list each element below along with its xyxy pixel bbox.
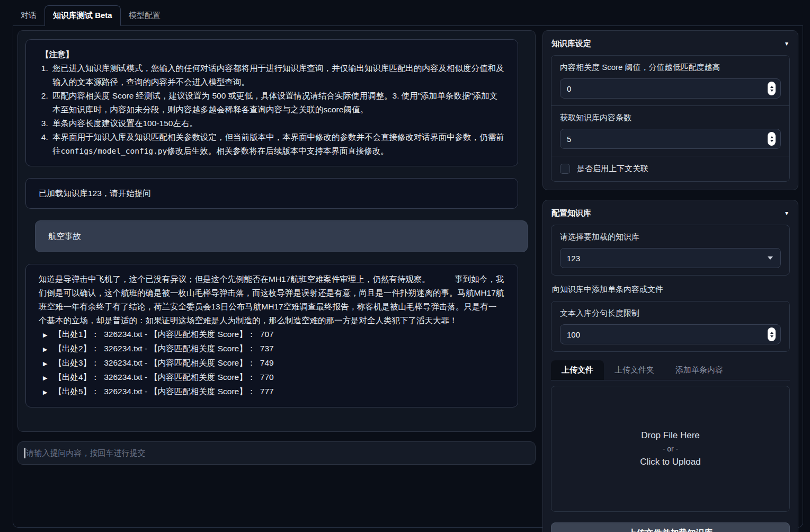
- file-drop-zone[interactable]: Drop File Here - or - Click to Upload: [551, 386, 790, 512]
- kb-test-panel: 【注意】 您已进入知识库测试模式，您输入的任何对话内容都将用于进行知识库查询，并…: [13, 26, 803, 528]
- expand-arrow-icon: ▶: [43, 342, 47, 356]
- kb-config-accordion: 配置知识库 ▼ 请选择要加载的知识库 123 向知识库中添加单条内容或文件 文本…: [542, 200, 798, 532]
- kb-settings-accordion: 知识库设定 ▼ 内容相关度 Score 阈值，分值越低匹配度越高 0 获取知识库…: [542, 30, 798, 190]
- source-toggle-2[interactable]: ▶【出处2】： 326234.txt - 【内容匹配相关度 Score】： 73…: [39, 342, 505, 356]
- notice-item: 您已进入知识库测试模式，您输入的任何对话内容都将用于进行知识库查询，并仅输出知识…: [50, 61, 505, 89]
- sentence-length-label: 文本入库分句长度限制: [560, 308, 781, 318]
- add-content-section-label: 向知识库中添加单条内容或文件: [552, 285, 789, 295]
- source-toggle-5[interactable]: ▶【出处5】： 326234.txt - 【内容匹配相关度 Score】： 77…: [39, 385, 505, 399]
- topk-input[interactable]: 5: [560, 129, 781, 149]
- bot-answer-message: 知道是导弹击中飞机了，这个已没有异议；但是这个先例能否在MH17航班空难案件审理…: [25, 264, 518, 407]
- kb-settings-title: 知识库设定: [551, 39, 591, 49]
- score-threshold-input[interactable]: 0: [560, 78, 781, 99]
- bot-message-loaded: 已加载知识库123，请开始提问: [25, 178, 518, 209]
- chevron-down-icon: ▼: [784, 41, 789, 47]
- question-input-placeholder: 请输入提问内容，按回车进行提交: [26, 448, 146, 458]
- source-label: 【出处5】： 326234.txt - 【内容匹配相关度 Score】： 777: [54, 385, 273, 398]
- tab-add-single-content[interactable]: 添加单条内容: [665, 360, 734, 380]
- tab-dialog[interactable]: 对话: [13, 6, 44, 25]
- expand-arrow-icon: ▶: [43, 357, 47, 370]
- context-link-label: 是否启用上下文关联: [577, 164, 648, 174]
- tab-kb-test[interactable]: 知识库测试 Beta: [44, 5, 121, 26]
- notice-item: 本界面用于知识入库及知识匹配相关参数设定，但当前版本中，本界面中修改的参数并不会…: [50, 130, 505, 158]
- notice-item: 匹配内容相关度 Score 经测试，建议设置为 500 或更低，具体设置情况请结…: [50, 89, 505, 117]
- notice-item: 单条内容长度建议设置在100-150左右。: [50, 117, 505, 130]
- sentence-length-value: 100: [567, 330, 580, 339]
- kb-config-accordion-header[interactable]: 配置知识库 ▼: [551, 207, 790, 218]
- source-label: 【出处4】： 326234.txt - 【内容匹配相关度 Score】： 770: [54, 370, 273, 384]
- user-message: 航空事故: [35, 220, 528, 252]
- chat-column: 【注意】 您已进入知识库测试模式，您输入的任何对话内容都将用于进行知识库查询，并…: [17, 30, 536, 523]
- kb-select-form: 请选择要加载的知识库 123: [551, 225, 790, 276]
- notice-title: 【注意】: [41, 48, 505, 61]
- kb-select-value: 123: [567, 254, 580, 263]
- kb-select-label: 请选择要加载的知识库: [560, 232, 781, 242]
- text-cursor: [24, 448, 25, 458]
- drop-zone-line2: - or -: [663, 445, 679, 453]
- main-tab-bar: 对话 知识库测试 Beta 模型配置: [13, 5, 803, 26]
- upload-and-load-kb-button[interactable]: 上传文件并加载知识库: [551, 522, 790, 532]
- drop-zone-line1: Drop File Here: [641, 430, 700, 441]
- chevron-down-icon: ▼: [784, 210, 789, 216]
- number-spinner-icon[interactable]: [768, 82, 776, 95]
- number-spinner-icon[interactable]: [768, 327, 776, 341]
- source-toggle-1[interactable]: ▶【出处1】： 326234.txt - 【内容匹配相关度 Score】： 70…: [39, 327, 505, 342]
- sentence-length-field: 文本入库分句长度限制 100: [551, 302, 789, 351]
- checkbox-icon[interactable]: [560, 164, 570, 174]
- notice-item-text: 修改后生效。相关参数将在后续版本中支持本界面直接修改。: [167, 146, 389, 155]
- settings-column: 知识库设定 ▼ 内容相关度 Score 阈值，分值越低匹配度越高 0 获取知识库…: [542, 30, 798, 523]
- kb-select-dropdown[interactable]: 123: [560, 248, 781, 268]
- number-spinner-icon[interactable]: [768, 132, 776, 146]
- notice-message: 【注意】 您已进入知识库测试模式，您输入的任何对话内容都将用于进行知识库查询，并…: [25, 39, 518, 166]
- context-link-checkbox-row[interactable]: 是否启用上下文关联: [551, 156, 789, 181]
- kb-select-field: 请选择要加载的知识库 123: [551, 225, 789, 275]
- answer-text: 知道是导弹击中飞机了，这个已没有异议；但是这个先例能否在MH17航班空难案件审理…: [39, 272, 505, 327]
- expand-arrow-icon: ▶: [43, 328, 47, 342]
- chatbot-area: 【注意】 您已进入知识库测试模式，您输入的任何对话内容都将用于进行知识库查询，并…: [17, 30, 536, 432]
- kb-settings-accordion-header[interactable]: 知识库设定 ▼: [551, 38, 790, 49]
- source-toggle-4[interactable]: ▶【出处4】： 326234.txt - 【内容匹配相关度 Score】： 77…: [39, 370, 505, 385]
- source-label: 【出处1】： 326234.txt - 【内容匹配相关度 Score】： 707: [54, 327, 273, 341]
- question-input[interactable]: 请输入提问内容，按回车进行提交: [17, 441, 536, 465]
- kb-config-title: 配置知识库: [551, 208, 591, 218]
- tab-upload-folder[interactable]: 上传文件夹: [604, 360, 665, 380]
- expand-arrow-icon: ▶: [43, 371, 47, 385]
- source-label: 【出处3】： 326234.txt - 【内容匹配相关度 Score】： 749: [54, 356, 273, 370]
- tab-upload-file[interactable]: 上传文件: [551, 360, 604, 380]
- kb-settings-form: 内容相关度 Score 阈值，分值越低匹配度越高 0 获取知识库内容条数 5: [551, 55, 790, 182]
- score-threshold-value: 0: [567, 84, 571, 93]
- notice-list: 您已进入知识库测试模式，您输入的任何对话内容都将用于进行知识库查询，并仅输出知识…: [50, 61, 505, 158]
- dropdown-caret-icon: [768, 256, 773, 260]
- score-threshold-label: 内容相关度 Score 阈值，分值越低匹配度越高: [560, 63, 781, 73]
- source-label: 【出处2】： 326234.txt - 【内容匹配相关度 Score】： 737: [54, 342, 273, 356]
- sentence-length-input[interactable]: 100: [560, 324, 781, 344]
- topk-value: 5: [567, 135, 571, 144]
- config-file-path: configs/model_config.py: [61, 147, 167, 155]
- sentence-length-form: 文本入库分句长度限制 100: [551, 301, 790, 352]
- expand-arrow-icon: ▶: [43, 385, 47, 399]
- source-toggle-3[interactable]: ▶【出处3】： 326234.txt - 【内容匹配相关度 Score】： 74…: [39, 356, 505, 370]
- topk-field: 获取知识库内容条数 5: [551, 105, 789, 156]
- tab-model-config[interactable]: 模型配置: [121, 6, 168, 25]
- drop-zone-line3: Click to Upload: [640, 457, 700, 467]
- topk-label: 获取知识库内容条数: [560, 113, 781, 123]
- score-threshold-field: 内容相关度 Score 阈值，分值越低匹配度越高 0: [551, 56, 789, 105]
- upload-tab-bar: 上传文件 上传文件夹 添加单条内容: [551, 360, 790, 380]
